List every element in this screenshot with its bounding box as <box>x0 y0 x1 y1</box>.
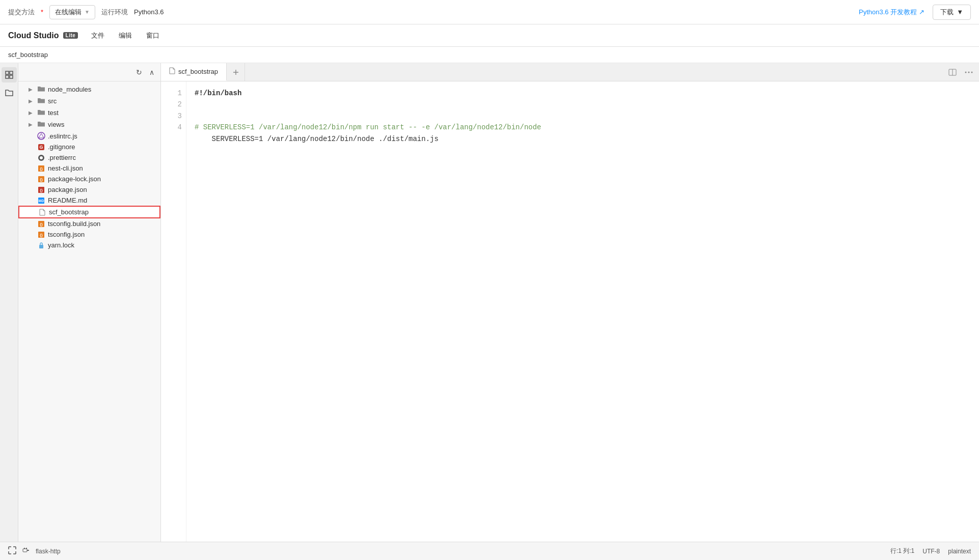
plugin-icon <box>22 547 30 555</box>
doc-link-text: Python3.6 开发教程 <box>859 8 917 17</box>
status-left: flask-http <box>8 546 61 556</box>
svg-rect-31 <box>27 550 29 551</box>
tree-item-label: views <box>48 121 65 128</box>
encoding: UTF-8 <box>922 548 940 555</box>
tree-item-package-lock-json[interactable]: ▶ {} package-lock.json <box>18 174 160 184</box>
tree-item-label: package.json <box>48 186 87 193</box>
svg-text:MD: MD <box>39 199 44 203</box>
svg-point-28 <box>968 71 970 73</box>
refresh-icon[interactable]: ↻ <box>134 67 144 77</box>
file-icon <box>38 209 47 216</box>
external-link-icon: ↗ <box>919 8 924 16</box>
svg-rect-33 <box>26 548 27 549</box>
json-icon: {} <box>37 231 46 238</box>
top-bar-left: 提交方法 * 在线编辑 ▼ 运行环境 Python3.6 <box>8 5 164 19</box>
svg-text:{}: {} <box>40 167 43 171</box>
tree-item-node-modules[interactable]: ▶ node_modules <box>18 83 160 95</box>
code-line-4: SERVERLESS=1 /var/lang/node12/bin/node .… <box>195 135 439 143</box>
code-line-2 <box>195 99 971 110</box>
expand-icon[interactable] <box>8 546 16 556</box>
svg-text:{}: {} <box>40 178 43 182</box>
submit-method-select[interactable]: 在线编辑 ▼ <box>49 5 95 19</box>
tabs-left: scf_bootstrap <box>161 63 245 81</box>
svg-point-9 <box>40 156 43 159</box>
arrow-right-icon: ▶ <box>29 87 35 92</box>
folder-icon <box>37 97 46 105</box>
status-right: 行:1 列:1 UTF-8 plaintext <box>890 547 971 555</box>
tree-item-prettierrc[interactable]: ▶ .prettierrc <box>18 152 160 163</box>
eslint-icon <box>37 132 46 140</box>
svg-rect-32 <box>24 548 25 549</box>
main-layout: ↻ ∧ ▶ node_modules ▶ src ▶ <box>0 63 979 542</box>
tree-item-gitignore[interactable]: ▶ G .gitignore <box>18 142 160 152</box>
svg-point-29 <box>971 71 973 73</box>
file-tree-actions: ↻ ∧ <box>134 67 156 77</box>
tree-item-label: yarn.lock <box>48 241 74 249</box>
tree-item-label: .prettierrc <box>48 154 76 161</box>
tree-item-tsconfig-json[interactable]: ▶ {} tsconfig.json <box>18 229 160 240</box>
tree-item-nest-cli-json[interactable]: ▶ {} nest-cli.json <box>18 163 160 174</box>
tree-item-readme-md[interactable]: ▶ MD README.md <box>18 195 160 206</box>
svg-rect-30 <box>23 549 27 552</box>
arrow-right-icon: ▶ <box>29 98 35 104</box>
tree-item-test[interactable]: ▶ test <box>18 107 160 119</box>
tree-item-tsconfig-build-json[interactable]: ▶ {} tsconfig.build.json <box>18 218 160 229</box>
menu-item-edit[interactable]: 编辑 <box>118 29 133 42</box>
more-options-button[interactable] <box>963 66 975 78</box>
git-icon: G <box>37 144 46 151</box>
doc-link[interactable]: Python3.6 开发教程 ↗ <box>859 8 924 17</box>
tree-item-views[interactable]: ▶ views <box>18 119 160 130</box>
top-bar-right: Python3.6 开发教程 ↗ 下载 ▼ <box>859 5 971 20</box>
arrow-right-icon: ▶ <box>29 110 35 116</box>
svg-rect-22 <box>39 245 43 248</box>
brand: Cloud Studio Lite <box>8 31 78 40</box>
tree-item-package-json[interactable]: ▶ {} package.json <box>18 184 160 195</box>
tree-item-label: .eslintrc.js <box>48 132 77 140</box>
top-bar: 提交方法 * 在线编辑 ▼ 运行环境 Python3.6 Python3.6 开… <box>0 0 979 24</box>
menu-item-file[interactable]: 文件 <box>90 29 105 42</box>
svg-text:{}: {} <box>40 233 43 237</box>
line-number: 4 <box>161 122 182 133</box>
chevron-down-icon: ▼ <box>85 9 90 15</box>
code-content[interactable]: #!/bin/bash # SERVERLESS=1 /var/lang/nod… <box>186 81 979 542</box>
tab-scf-bootstrap[interactable]: scf_bootstrap <box>161 63 227 81</box>
tree-item-label: test <box>48 109 59 117</box>
folder-icon <box>37 108 46 117</box>
tree-item-scf-bootstrap[interactable]: ▶ scf_bootstrap <box>18 206 160 218</box>
folder-icon[interactable] <box>2 85 17 100</box>
collapse-icon[interactable]: ∧ <box>147 67 156 77</box>
json-icon: {} <box>37 176 46 183</box>
add-tab-button[interactable] <box>227 63 245 81</box>
breadcrumb: scf_bootstrap <box>0 47 979 63</box>
tab-label: scf_bootstrap <box>178 68 218 75</box>
tree-item-yarn-lock[interactable]: ▶ yarn.lock <box>18 240 160 250</box>
svg-rect-2 <box>6 75 9 78</box>
file-tab-icon <box>169 67 175 76</box>
tree-item-label: node_modules <box>48 86 91 93</box>
tree-item-label: package-lock.json <box>48 175 101 183</box>
tree-item-src[interactable]: ▶ src <box>18 95 160 107</box>
editor-tabs: scf_bootstrap <box>161 63 979 81</box>
folder-icon <box>37 120 46 129</box>
svg-rect-0 <box>6 71 9 74</box>
tree-item-label: src <box>48 97 57 105</box>
tree-item-label: tsconfig.build.json <box>48 220 100 228</box>
split-editor-button[interactable] <box>946 66 959 78</box>
tree-item-eslintrc[interactable]: ▶ .eslintrc.js <box>18 130 160 142</box>
line-number: 3 <box>161 110 182 122</box>
download-button[interactable]: 下载 ▼ <box>933 5 971 20</box>
file-explorer-icon[interactable] <box>2 67 17 82</box>
editor-area: scf_bootstrap 1 2 3 4 <box>161 63 979 542</box>
code-editor: 1 2 3 4 #!/bin/bash # SERVERLESS=1 /var/… <box>161 81 979 542</box>
menu-item-window[interactable]: 窗口 <box>145 29 160 42</box>
line-numbers: 1 2 3 4 <box>161 81 186 542</box>
json-icon: {} <box>37 165 46 172</box>
svg-marker-5 <box>39 133 44 138</box>
code-line-1: #!/bin/bash <box>195 89 241 97</box>
svg-point-27 <box>965 71 967 73</box>
md-icon: MD <box>37 197 46 204</box>
brand-badge: Lite <box>63 32 78 39</box>
sidebar-icons <box>0 63 18 542</box>
file-tree-scroll[interactable]: ▶ node_modules ▶ src ▶ test <box>18 81 160 542</box>
tabs-right <box>946 66 975 78</box>
